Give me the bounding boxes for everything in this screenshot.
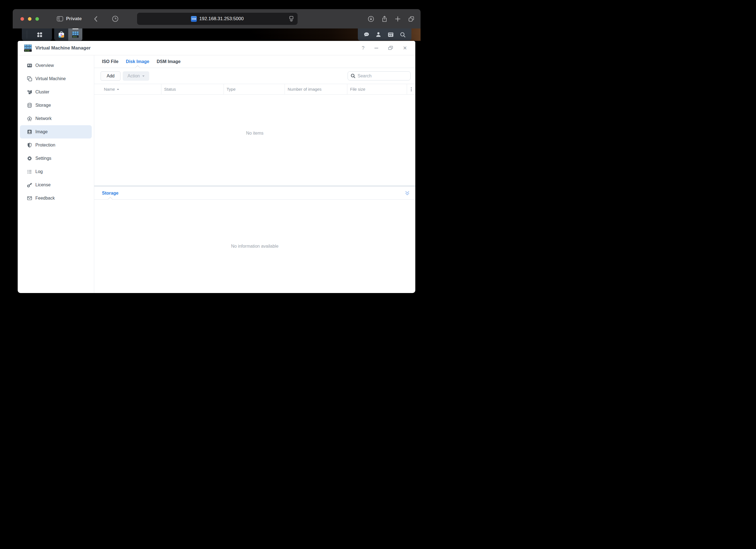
storage-section-header: Storage [94,187,415,199]
notifications-icon[interactable] [363,31,370,38]
search-icon [351,73,355,78]
history-clock-icon[interactable] [112,15,119,22]
close-window-button[interactable] [20,17,24,21]
sidebar-item-storage[interactable]: Storage [20,99,92,112]
sidebar-toggle-icon[interactable] [57,16,63,22]
sidebar-item-network[interactable]: Network [20,112,92,125]
app-titlebar: Virtual Machine Manager ? ✕ [18,41,415,55]
vmm-sidebar: Overview Virtual Machine Cluster Storage… [18,55,94,293]
user-account-icon[interactable] [375,31,382,38]
column-options-button[interactable] [407,84,415,94]
ellipsis-vertical-icon [411,87,412,91]
package-center-icon[interactable]: S [54,28,68,41]
network-icon [27,116,32,121]
browser-toolbar: Private DSM 192.168.31.253:5000 [13,9,421,28]
vmm-app-icon [24,44,32,52]
dsm-taskbar-apps: S [54,28,82,41]
license-icon [27,182,32,188]
restore-button[interactable] [388,46,393,50]
collapse-section-button[interactable] [405,190,410,196]
sidebar-item-log[interactable]: Log [20,165,92,178]
downloads-icon[interactable] [368,16,374,22]
sidebar-item-label: License [35,182,51,187]
app-title: Virtual Machine Manager [35,45,91,51]
dsm-taskbar-left [22,28,52,41]
search-desktop-icon[interactable] [400,31,406,38]
url-text: 192.168.31.253:5000 [199,16,244,22]
column-header-name[interactable]: Name [94,84,161,94]
column-header-number-of-images[interactable]: Number of images [285,84,347,94]
sidebar-item-protection[interactable]: Protection [20,138,92,152]
feedback-icon [27,195,32,201]
double-chevron-down-icon [405,190,410,196]
search-input[interactable] [358,73,408,78]
column-label: File size [350,87,365,91]
sidebar-item-label: Virtual Machine [35,76,66,81]
sidebar-item-overview[interactable]: Overview [20,59,92,72]
new-tab-icon[interactable] [395,16,401,22]
storage-section-title[interactable]: Storage [102,187,119,199]
tab-overview-icon[interactable] [408,16,414,22]
image-icon [27,129,32,135]
sidebar-item-label: Network [35,116,52,121]
sidebar-item-image[interactable]: Image [20,125,92,138]
protection-icon [27,142,32,148]
sidebar-item-label: Overview [35,63,54,68]
vmm-app-window: Virtual Machine Manager ? ✕ Overview V [18,41,415,293]
vmm-taskbar-icon[interactable] [68,28,82,41]
settings-icon [27,156,32,161]
disk-image-table-header: Name Status Type Number of images File s… [94,84,415,94]
sidebar-item-label: Image [35,129,48,134]
sidebar-item-settings[interactable]: Settings [20,152,92,165]
minimize-button[interactable] [374,48,378,48]
share-icon[interactable] [382,15,387,22]
action-dropdown-button[interactable]: Action [123,71,149,81]
column-header-file-size[interactable]: File size [347,84,407,94]
dsm-desktop-wallpaper: S [13,28,421,41]
action-label: Action [127,73,140,78]
main-menu-icon[interactable] [27,31,52,38]
tab-disk-image[interactable]: Disk Image [126,55,149,68]
sidebar-item-feedback[interactable]: Feedback [20,191,92,205]
sort-ascending-icon [117,88,119,90]
tab-iso-file[interactable]: ISO File [102,55,119,68]
minimize-window-button[interactable] [28,17,31,21]
zoom-window-button[interactable] [35,17,39,21]
safari-window: Private DSM 192.168.31.253:5000 [13,9,421,293]
private-browsing-label: Private [66,16,82,22]
package-center-letter: S [60,33,62,36]
virtual-machine-icon [27,76,32,81]
column-label: Status [164,87,176,91]
column-label: Type [227,87,236,91]
sidebar-item-virtual-machine[interactable]: Virtual Machine [20,72,92,85]
sidebar-item-label: Protection [35,143,55,148]
column-header-type[interactable]: Type [224,84,285,94]
disk-image-toolbar: Add Action [94,68,415,84]
dsm-taskbar-right [358,28,411,41]
search-box[interactable] [348,71,411,80]
sidebar-item-cluster[interactable]: Cluster [20,85,92,99]
close-button[interactable]: ✕ [403,46,407,51]
widgets-icon[interactable] [387,31,394,38]
storage-icon [27,102,32,108]
help-button[interactable]: ? [362,46,364,51]
sidebar-item-label: Feedback [35,196,55,201]
address-bar[interactable]: DSM 192.168.31.253:5000 [137,13,298,25]
add-button[interactable]: Add [101,71,120,81]
sidebar-item-label: Settings [35,156,51,161]
cluster-icon [27,89,32,95]
overview-icon [27,63,32,68]
disk-image-empty-state: No items [94,94,415,185]
chevron-down-icon [142,75,145,77]
column-label: Number of images [288,87,322,91]
sidebar-item-license[interactable]: License [20,178,92,191]
traffic-lights [20,17,39,21]
storage-empty-state: No information available [94,199,415,293]
back-icon[interactable] [94,16,98,22]
tab-dsm-image[interactable]: DSM Image [157,55,180,68]
sidebar-item-label: Storage [35,103,51,108]
sidebar-item-label: Log [35,169,43,174]
image-page-content: ISO File Disk Image DSM Image Add Action [94,55,415,293]
column-header-status[interactable]: Status [161,84,224,94]
page-settings-icon[interactable] [289,16,294,22]
